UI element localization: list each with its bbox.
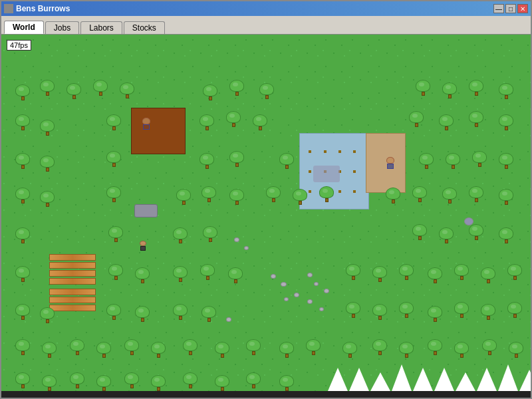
tree xyxy=(467,186,485,205)
tree xyxy=(440,82,459,101)
minimize-button[interactable]: — xyxy=(493,4,504,13)
fps-counter: 47fps xyxy=(7,40,31,51)
tree xyxy=(397,302,416,321)
tree xyxy=(497,114,515,133)
tree xyxy=(437,227,456,246)
tree xyxy=(213,342,231,360)
tree xyxy=(452,342,471,360)
tree xyxy=(467,224,485,243)
tree xyxy=(133,267,152,286)
tree xyxy=(68,339,86,358)
tree xyxy=(198,114,216,133)
tree xyxy=(479,304,497,323)
tree xyxy=(118,82,136,101)
titlebar-icon xyxy=(4,4,13,13)
tree xyxy=(264,186,283,205)
tree xyxy=(410,186,429,205)
tree xyxy=(122,339,141,358)
tree xyxy=(467,111,485,130)
stone xyxy=(314,282,319,286)
tree xyxy=(181,339,200,358)
tree xyxy=(106,226,125,245)
tree xyxy=(13,84,32,103)
tree xyxy=(444,153,462,172)
sand-area xyxy=(366,133,406,193)
tree xyxy=(200,306,218,325)
tree xyxy=(497,227,515,246)
tree xyxy=(104,304,123,323)
tree xyxy=(505,264,524,283)
tree xyxy=(480,339,499,358)
tab-stocks[interactable]: Stocks xyxy=(124,21,165,34)
tree xyxy=(426,339,444,358)
tree xyxy=(104,114,123,133)
tree xyxy=(414,80,432,98)
titlebar: Bens Burrows — □ ✕ xyxy=(1,1,531,16)
tree xyxy=(467,80,485,98)
tree xyxy=(344,302,362,321)
tab-jobs[interactable]: Jobs xyxy=(45,21,79,34)
tab-labors[interactable]: Labors xyxy=(80,21,122,34)
tree xyxy=(497,189,515,207)
tree xyxy=(13,266,32,285)
tree xyxy=(277,153,296,172)
stone xyxy=(281,282,287,287)
tree xyxy=(38,191,57,209)
tree xyxy=(479,267,497,286)
tab-world[interactable]: World xyxy=(4,21,44,34)
stone xyxy=(319,307,324,311)
tree xyxy=(397,264,416,283)
dwarf-character-3 xyxy=(138,241,148,253)
close-button[interactable]: ✕ xyxy=(517,4,528,13)
tree xyxy=(426,306,444,325)
tree xyxy=(497,83,515,102)
tree xyxy=(497,153,515,172)
tree xyxy=(251,114,269,133)
tree xyxy=(13,227,32,246)
tree xyxy=(13,153,32,172)
tree xyxy=(200,186,218,205)
tree xyxy=(417,153,436,172)
tree xyxy=(174,189,193,207)
tree xyxy=(227,189,246,207)
game-viewport[interactable]: 47fps xyxy=(1,35,531,398)
tree xyxy=(426,267,444,286)
tree xyxy=(410,224,429,243)
tabbar: World Jobs Labors Stocks xyxy=(1,16,531,35)
tree xyxy=(452,302,471,321)
tree xyxy=(104,186,123,205)
tree xyxy=(13,188,32,206)
tree xyxy=(198,153,216,172)
tree xyxy=(38,307,57,326)
forest-clearing xyxy=(131,108,186,154)
stone xyxy=(244,246,249,250)
stone xyxy=(271,274,276,279)
tree xyxy=(227,80,246,98)
titlebar-title: Bens Burrows xyxy=(4,4,70,13)
window-title: Bens Burrows xyxy=(16,4,70,13)
tree xyxy=(452,264,471,283)
tree xyxy=(94,342,113,360)
tree xyxy=(226,267,245,286)
tree xyxy=(106,264,125,283)
tree xyxy=(133,306,152,325)
tree xyxy=(384,188,402,206)
tree xyxy=(227,151,246,170)
tree xyxy=(244,339,263,358)
tree xyxy=(171,266,190,285)
tree xyxy=(437,114,456,133)
tree xyxy=(304,339,323,358)
tree xyxy=(407,111,426,130)
stone xyxy=(324,289,329,293)
stone xyxy=(307,299,313,304)
tree xyxy=(13,304,32,323)
stone xyxy=(226,317,231,322)
tree xyxy=(470,151,489,170)
tree xyxy=(38,156,57,174)
stone xyxy=(307,273,313,277)
maximize-button[interactable]: □ xyxy=(505,4,516,13)
tree xyxy=(149,342,168,360)
tree xyxy=(198,264,217,283)
tree xyxy=(65,83,83,102)
tree xyxy=(440,188,459,206)
